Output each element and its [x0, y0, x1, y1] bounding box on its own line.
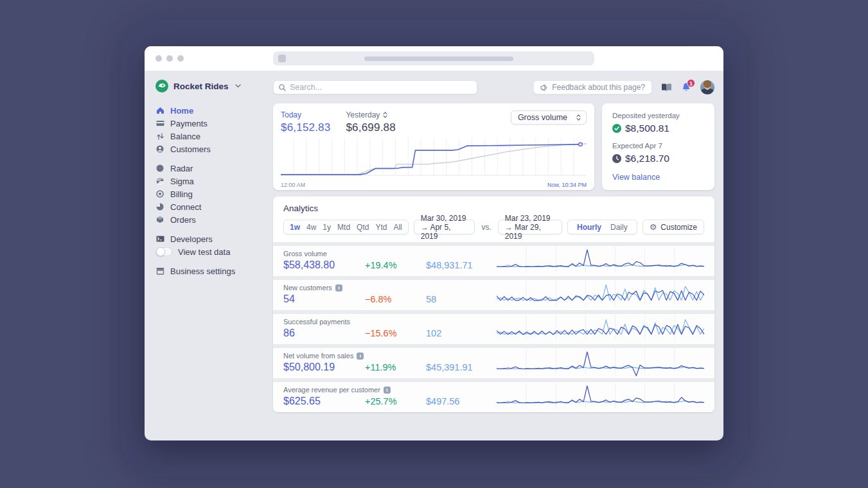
storefront-icon	[155, 267, 164, 275]
metric-label: Net volume from sales	[283, 352, 353, 360]
address-bar[interactable]	[273, 51, 594, 65]
metric-value: $625.65	[283, 396, 365, 407]
metric-value: $58,438.80	[283, 259, 365, 271]
check-circle-icon	[612, 124, 621, 133]
range-qtd[interactable]: Qtd	[353, 223, 372, 232]
metric-delta: −15.6%	[365, 328, 426, 338]
balance-arrows-icon	[155, 133, 164, 140]
metric-label: New customers	[283, 284, 332, 292]
sidebar: Rocket Rides Home Payments Balance Custo…	[145, 71, 273, 440]
x-axis-end-label: Now, 10:34 PM	[547, 182, 587, 188]
main-content: Feedback about this page? 1	[273, 71, 723, 440]
metric-row-net-volume[interactable]: Net volume from sales i $50,800.19 +11.9…	[273, 344, 714, 378]
range-ytd[interactable]: Ytd	[372, 223, 390, 232]
deposited-label: Deposited yesterday	[612, 112, 704, 119]
info-icon[interactable]: i	[357, 353, 364, 360]
expected-label: Expected Apr 7	[612, 142, 704, 150]
metric-row-average-revenue[interactable]: Average revenue per customer i $625.65 +…	[273, 378, 714, 412]
window-close-button[interactable]	[155, 55, 162, 62]
granularity-daily[interactable]: Daily	[608, 223, 630, 232]
sidebar-item-business-settings[interactable]: Business settings	[155, 265, 273, 277]
sidebar-item-label: Orders	[170, 215, 196, 225]
book-icon	[661, 83, 672, 92]
sidebar-item-label: Home	[170, 106, 193, 116]
sidebar-item-home[interactable]: Home	[155, 104, 273, 117]
info-icon[interactable]: i	[384, 387, 391, 394]
previous-period-button[interactable]: Mar 23, 2019 → Mar 29, 2019	[498, 220, 562, 234]
metric-previous-value: $48,931.71	[426, 260, 473, 270]
sidebar-item-developers[interactable]: Developers	[155, 232, 273, 245]
sidebar-item-customers[interactable]: Customers	[155, 143, 273, 155]
favicon-placeholder	[278, 55, 286, 62]
search-box[interactable]	[273, 80, 477, 94]
metric-sparkline	[497, 281, 704, 309]
home-icon	[155, 107, 164, 114]
granularity-toggle: Hourly Daily	[567, 220, 637, 234]
metric-label: Gross volume	[283, 250, 327, 257]
sidebar-item-label: Sigma	[170, 177, 194, 186]
metric-sparkline	[497, 315, 704, 343]
current-period-button[interactable]: Mar 30, 2019 → Apr 5, 2019	[414, 220, 475, 234]
expected-value: $6,218.70	[625, 153, 669, 164]
window-minimize-button[interactable]	[166, 55, 173, 62]
info-icon[interactable]: i	[335, 284, 342, 292]
range-all[interactable]: All	[390, 223, 405, 232]
today-label: Today	[281, 110, 330, 119]
browser-window: Rocket Rides Home Payments Balance Custo…	[145, 46, 723, 440]
feedback-button[interactable]: Feedback about this page?	[533, 80, 652, 94]
topbar: Feedback about this page? 1	[273, 80, 714, 94]
user-avatar[interactable]	[700, 80, 714, 94]
sidebar-item-billing[interactable]: Billing	[155, 187, 273, 200]
sidebar-item-label: Radar	[170, 164, 193, 173]
sidebar-item-view-test-data[interactable]: View test data	[155, 245, 273, 258]
granularity-hourly[interactable]: Hourly	[574, 223, 604, 232]
comparison-stepper-icon[interactable]	[383, 112, 387, 118]
metric-previous-value: 102	[426, 328, 441, 338]
range-4w[interactable]: 4w	[303, 223, 319, 232]
sidebar-item-label: View test data	[178, 247, 230, 257]
metric-select[interactable]: Gross volume	[511, 110, 587, 125]
window-zoom-button[interactable]	[177, 55, 184, 62]
sidebar-item-label: Developers	[170, 234, 213, 244]
metric-row-new-customers[interactable]: New customers i 54 −6.8% 58	[273, 276, 714, 310]
sidebar-item-label: Connect	[170, 202, 201, 212]
sidebar-item-radar[interactable]: Radar	[155, 162, 273, 175]
megaphone-icon	[540, 84, 548, 91]
account-menu[interactable]: Rocket Rides	[155, 80, 273, 92]
range-1w[interactable]: 1w	[287, 223, 303, 232]
metric-row-gross-volume[interactable]: Gross volume $58,438.80 +19.4% $48,931.7…	[273, 242, 714, 276]
analytics-panel: Analytics 1w 4w 1y Mtd Qtd Ytd All Mar 3…	[273, 196, 714, 412]
search-icon	[279, 84, 286, 91]
overview-chart	[281, 138, 587, 178]
notifications-button[interactable]: 1	[681, 82, 691, 92]
range-filter: 1w 4w 1y Mtd Qtd Ytd All	[283, 220, 409, 234]
account-name: Rocket Rides	[173, 82, 229, 91]
sidebar-item-label: Billing	[170, 189, 193, 199]
payments-icon	[155, 120, 164, 126]
metric-row-successful-payments[interactable]: Successful payments 86 −15.6% 102	[273, 310, 714, 344]
today-value: $6,152.83	[281, 121, 330, 134]
sidebar-item-sigma[interactable]: Sigma	[155, 175, 273, 187]
test-data-toggle[interactable]	[155, 247, 172, 256]
analytics-controls: 1w 4w 1y Mtd Qtd Ytd All Mar 30, 2019 → …	[283, 220, 704, 234]
deposited-value: $8,500.81	[625, 123, 669, 134]
feedback-label: Feedback about this page?	[552, 83, 645, 92]
view-balance-link[interactable]: View balance	[612, 173, 704, 182]
range-1y[interactable]: 1y	[319, 223, 334, 232]
docs-button[interactable]	[661, 83, 672, 92]
sidebar-item-payments[interactable]: Payments	[155, 117, 273, 130]
search-input[interactable]	[290, 83, 472, 92]
metric-label: Average revenue per customer	[283, 386, 380, 394]
customize-button[interactable]: ⚙ Customize	[642, 220, 704, 234]
terminal-icon	[155, 236, 164, 242]
sidebar-item-balance[interactable]: Balance	[155, 130, 273, 143]
metric-sparkline	[497, 247, 704, 275]
range-mtd[interactable]: Mtd	[334, 223, 353, 232]
metric-value: 86	[283, 327, 365, 339]
customers-icon	[155, 145, 164, 153]
sidebar-item-orders[interactable]: Orders	[155, 213, 273, 226]
x-axis-start-label: 12:00 AM	[281, 182, 305, 188]
sidebar-item-label: Balance	[170, 132, 200, 141]
metric-sparkline	[497, 383, 704, 411]
sidebar-item-connect[interactable]: Connect	[155, 200, 273, 213]
